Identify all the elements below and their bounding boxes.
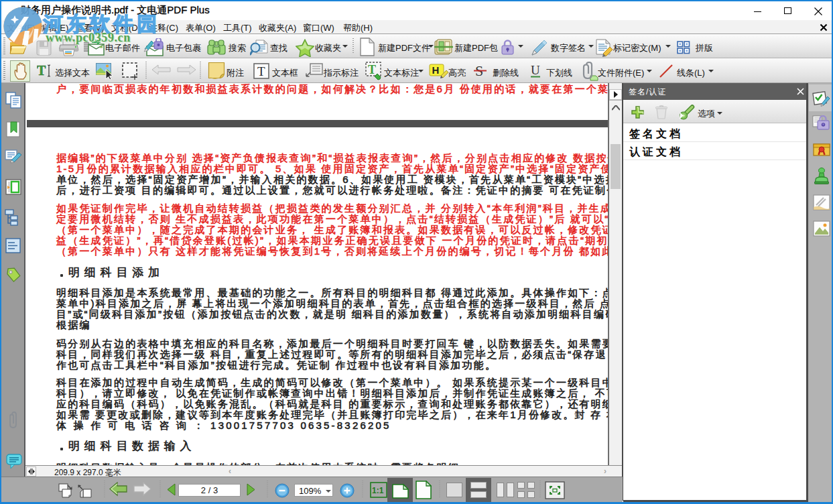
svg-text:1:1: 1:1 <box>372 486 384 495</box>
svg-text:T: T <box>257 64 265 78</box>
svg-text:U: U <box>531 64 540 77</box>
svg-text:H: H <box>432 64 440 76</box>
svg-text:T: T <box>368 63 376 76</box>
svg-text:T: T <box>37 64 46 78</box>
